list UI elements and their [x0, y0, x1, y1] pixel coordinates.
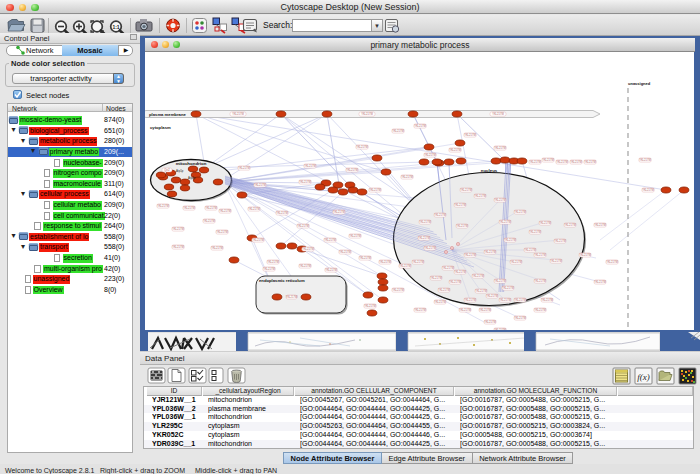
- svg-text:YKL217W: YKL217W: [510, 260, 522, 264]
- svg-text:YKL217W: YKL217W: [529, 160, 541, 164]
- svg-text:YKL217W: YKL217W: [399, 264, 411, 268]
- svg-text:nucleus: nucleus: [481, 168, 498, 173]
- svg-text:YKL217W: YKL217W: [172, 245, 184, 249]
- svg-text:YKL217W: YKL217W: [472, 274, 484, 278]
- svg-text:YKL217W: YKL217W: [499, 298, 511, 302]
- svg-text:YKL217W: YKL217W: [254, 183, 266, 187]
- svg-text:YKL217W: YKL217W: [534, 253, 546, 257]
- svg-text:YKL217W: YKL217W: [276, 211, 288, 215]
- svg-text:Atp1p: Atp1p: [176, 169, 184, 173]
- svg-text:YKL217W: YKL217W: [414, 308, 426, 312]
- svg-text:YKL217W: YKL217W: [454, 203, 466, 207]
- svg-text:YKL217W: YKL217W: [324, 238, 336, 242]
- svg-text:mitochondrion: mitochondrion: [176, 161, 207, 166]
- svg-text:endoplasmic reticulum: endoplasmic reticulum: [259, 278, 305, 283]
- svg-text:YKL217W: YKL217W: [499, 220, 511, 224]
- svg-text:YKL217W: YKL217W: [642, 188, 654, 192]
- svg-text:YKL217W: YKL217W: [502, 286, 514, 290]
- svg-text:YKL217W: YKL217W: [302, 247, 314, 251]
- svg-text:YKL217W: YKL217W: [460, 188, 472, 192]
- svg-text:YKL217W: YKL217W: [333, 210, 345, 214]
- svg-text:YKL217W: YKL217W: [346, 168, 358, 172]
- svg-text:YKL217W: YKL217W: [524, 248, 536, 252]
- svg-text:YKL217W: YKL217W: [424, 246, 436, 250]
- svg-text:YKL217W: YKL217W: [430, 276, 442, 280]
- svg-text:YKL217W: YKL217W: [534, 279, 546, 283]
- svg-text:YKL217W: YKL217W: [494, 279, 506, 283]
- svg-text:YKL217W: YKL217W: [534, 308, 546, 312]
- svg-text:YKL217W: YKL217W: [418, 236, 430, 240]
- svg-text:YKL217W: YKL217W: [529, 230, 541, 234]
- svg-text:YKL217W: YKL217W: [297, 224, 309, 228]
- svg-text:YKL217W: YKL217W: [554, 239, 566, 243]
- svg-text:YKL217W: YKL217W: [556, 160, 568, 164]
- svg-text:YKL217W: YKL217W: [484, 250, 496, 254]
- svg-text:YKL217W: YKL217W: [464, 133, 476, 137]
- svg-text:YKL217W: YKL217W: [539, 221, 551, 225]
- svg-text:YKL217W: YKL217W: [464, 298, 476, 302]
- svg-text:YKL217W: YKL217W: [172, 227, 184, 231]
- svg-text:YKL217W: YKL217W: [449, 280, 461, 284]
- svg-text:YKL217W: YKL217W: [484, 320, 496, 324]
- svg-text:YKL217W: YKL217W: [232, 112, 244, 116]
- svg-text:YKL217W: YKL217W: [369, 188, 381, 192]
- svg-text:YKL217W: YKL217W: [579, 253, 591, 257]
- svg-text:YKL217W: YKL217W: [183, 206, 195, 210]
- svg-text:YKL217W: YKL217W: [219, 209, 231, 213]
- svg-text:YKL217W: YKL217W: [252, 238, 264, 242]
- svg-text:YKL217W: YKL217W: [606, 260, 618, 264]
- svg-text:YKL217W: YKL217W: [304, 164, 316, 168]
- svg-text:YKL217W: YKL217W: [211, 246, 223, 250]
- svg-text:YKL217W: YKL217W: [542, 158, 554, 162]
- svg-text:YKL217W: YKL217W: [494, 146, 506, 150]
- svg-text:YKL217W: YKL217W: [216, 230, 228, 234]
- svg-text:YKL217W: YKL217W: [419, 220, 431, 224]
- svg-text:YKL217W: YKL217W: [474, 194, 486, 198]
- svg-text:YKL217W: YKL217W: [449, 148, 461, 152]
- svg-text:YKL217W: YKL217W: [392, 129, 404, 133]
- svg-text:1:1: 1:1: [112, 24, 119, 30]
- svg-text:YKL217W: YKL217W: [203, 219, 215, 223]
- svg-text:YKL217W: YKL217W: [570, 160, 582, 164]
- svg-text:YKL217W: YKL217W: [494, 198, 506, 202]
- svg-text:YKL217W: YKL217W: [359, 256, 371, 260]
- svg-text:YKL217W: YKL217W: [514, 316, 526, 320]
- svg-text:YKL217W: YKL217W: [639, 158, 651, 162]
- svg-text:f(x): f(x): [637, 372, 650, 382]
- svg-text:YKL217W: YKL217W: [379, 260, 391, 264]
- svg-text:YKL217W: YKL217W: [263, 267, 275, 271]
- svg-text:YKL217W: YKL217W: [594, 223, 606, 227]
- svg-text:YKL217W: YKL217W: [564, 223, 576, 227]
- svg-text:unassigned: unassigned: [628, 81, 651, 86]
- svg-text:YKL217W: YKL217W: [286, 295, 298, 299]
- svg-text:YKL217W: YKL217W: [248, 207, 260, 211]
- svg-text:YKL217W: YKL217W: [339, 250, 351, 254]
- svg-text:YKL217W: YKL217W: [267, 260, 279, 264]
- svg-text:YKL217W: YKL217W: [238, 166, 250, 170]
- svg-text:Qcr2: Qcr2: [164, 168, 170, 172]
- svg-text:YKL217W: YKL217W: [486, 294, 498, 298]
- svg-text:YKL217W: YKL217W: [434, 213, 446, 217]
- svg-text:YKL217W: YKL217W: [325, 268, 337, 272]
- svg-text:YKL217W: YKL217W: [361, 112, 373, 116]
- svg-text:YKL217W: YKL217W: [454, 270, 466, 274]
- svg-text:YKL217W: YKL217W: [442, 266, 454, 270]
- svg-text:YKL217W: YKL217W: [550, 259, 562, 263]
- svg-text:YKL217W: YKL217W: [157, 204, 169, 208]
- svg-text:YKL217W: YKL217W: [514, 210, 526, 214]
- svg-text:YKL217W: YKL217W: [456, 224, 468, 228]
- svg-text:YKL217W: YKL217W: [299, 264, 311, 268]
- svg-text:YKL217W: YKL217W: [541, 298, 553, 302]
- svg-text:YKL217W: YKL217W: [504, 238, 516, 242]
- svg-text:YKL217W: YKL217W: [514, 298, 526, 302]
- svg-text:YKL217W: YKL217W: [356, 145, 368, 149]
- svg-text:YKL217W: YKL217W: [299, 180, 311, 184]
- svg-text:YKL217W: YKL217W: [424, 153, 436, 157]
- svg-text:YKL217W: YKL217W: [401, 175, 413, 179]
- svg-text:YKL217W: YKL217W: [459, 308, 471, 312]
- svg-text:cytoplasm: cytoplasm: [150, 125, 171, 130]
- svg-text:YKL217W: YKL217W: [205, 206, 217, 210]
- svg-text:Atp2p: Atp2p: [188, 176, 196, 180]
- svg-text:YKL217W: YKL217W: [414, 124, 426, 128]
- svg-text:YKL217W: YKL217W: [434, 300, 446, 304]
